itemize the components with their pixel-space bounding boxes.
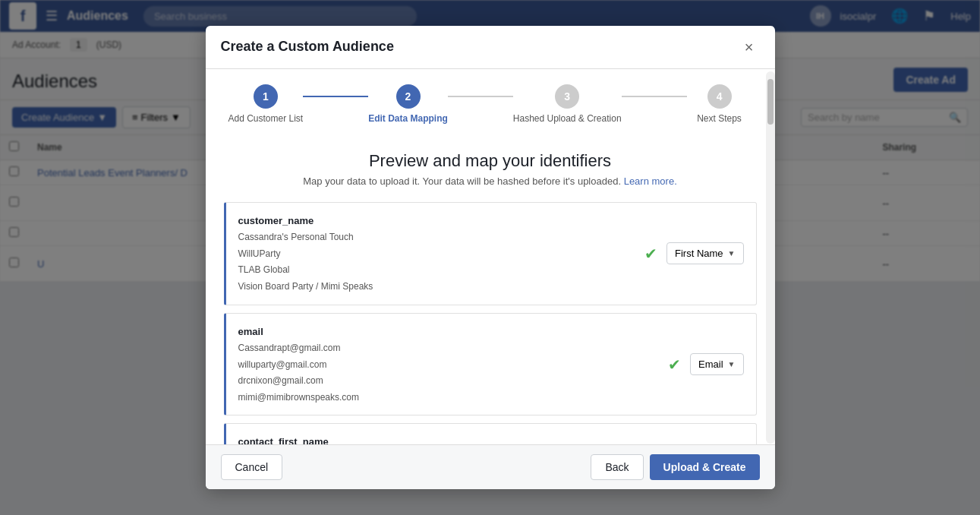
modal-overlay: Create a Custom Audience × 1 Add Custome…: [0, 0, 980, 282]
data-row-1: customer_name Cassandra's Personal Touch…: [224, 202, 757, 282]
connector-3-4: [622, 96, 687, 97]
mapping-arrow-1: ▼: [728, 249, 736, 258]
step-1: 1 Add Customer List: [228, 84, 303, 124]
learn-more-link[interactable]: Learn more.: [624, 175, 677, 187]
modal-scrollbar-thumb[interactable]: [767, 79, 774, 125]
step-label-2: Edit Data Mapping: [368, 113, 448, 124]
connector-2-3: [448, 96, 513, 97]
step-label-3: Hashed Upload & Creation: [513, 113, 622, 124]
modal-subtitle: Preview and map your identifiers: [224, 151, 757, 171]
modal-header: Create a Custom Audience ×: [206, 26, 775, 69]
step-2: 2 Edit Data Mapping: [368, 84, 448, 124]
col-name-1: customer_name: [238, 212, 636, 229]
mapping-select-1[interactable]: First Name ▼: [666, 242, 743, 264]
modal-description: Map your data to upload it. Your data wi…: [224, 175, 757, 187]
step-circle-3: 3: [555, 84, 579, 109]
modal-scrollbar-track: [766, 71, 775, 282]
connector-1-2: [303, 96, 368, 97]
modal-close-button[interactable]: ×: [739, 38, 760, 56]
stepper: 1 Add Customer List 2 Edit Data Mapping …: [206, 69, 775, 136]
step-label-4: Next Steps: [697, 113, 742, 124]
sample-value: Cassandra's Personal Touch: [238, 229, 636, 246]
step-circle-2: 2: [396, 84, 421, 109]
modal-title: Create a Custom Audience: [221, 39, 394, 55]
sample-value: Vision Board Party / Mimi Speaks: [238, 279, 636, 282]
step-circle-4: 4: [707, 84, 732, 109]
step-label-1: Add Customer List: [228, 113, 303, 124]
step-4: 4 Next Steps: [687, 84, 752, 124]
sample-value: TLAB Global: [238, 262, 636, 279]
modal: Create a Custom Audience × 1 Add Custome…: [206, 26, 775, 282]
check-icon-1: ✔: [644, 245, 657, 263]
step-3: 3 Hashed Upload & Creation: [513, 84, 622, 124]
data-preview-1: customer_name Cassandra's Personal Touch…: [238, 212, 636, 282]
mapping-label-1: First Name: [675, 248, 723, 259]
sample-value: WillUParty: [238, 246, 636, 263]
modal-body: Preview and map your identifiers Map you…: [206, 136, 775, 282]
step-circle-1: 1: [254, 84, 278, 109]
